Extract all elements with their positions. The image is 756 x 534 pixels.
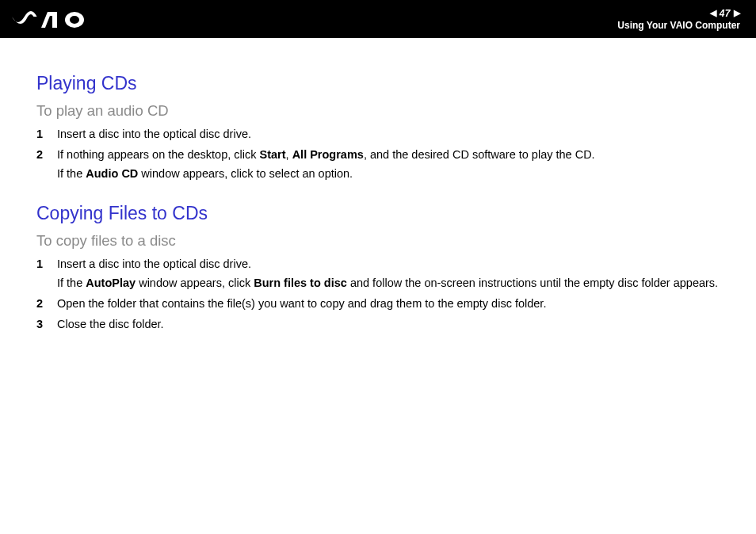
header-right: ◀ 47 ▶ Using Your VAIO Computer (617, 8, 740, 31)
header-bar: ◀ 47 ▶ Using Your VAIO Computer (0, 0, 756, 38)
section-copying-files: Copying Files to CDs To copy files to a … (36, 203, 740, 333)
step-item: 2 If nothing appears on the desktop, cli… (36, 147, 740, 183)
nav-next-icon[interactable]: ▶ (734, 9, 740, 17)
vaio-logo (11, 9, 106, 29)
page-nav: ◀ 47 ▶ (710, 8, 740, 19)
svg-rect-0 (52, 12, 57, 28)
step-item: 1 Insert a disc into the optical disc dr… (36, 126, 740, 143)
step-item: 1 Insert a disc into the optical disc dr… (36, 256, 740, 292)
step-text: Insert a disc into the optical disc driv… (57, 256, 740, 292)
steps-list: 1 Insert a disc into the optical disc dr… (36, 256, 740, 333)
header-subtitle: Using Your VAIO Computer (617, 20, 740, 31)
section-subheading: To copy files to a disc (36, 232, 740, 250)
step-text: Insert a disc into the optical disc driv… (57, 126, 740, 143)
step-item: 2 Open the folder that contains the file… (36, 296, 740, 313)
page-number: 47 (720, 8, 731, 19)
step-number: 2 (36, 296, 57, 313)
step-text: If nothing appears on the desktop, click… (57, 147, 740, 183)
step-number: 1 (36, 126, 57, 143)
section-playing-cds: Playing CDs To play an audio CD 1 Insert… (36, 73, 740, 182)
nav-prev-icon[interactable]: ◀ (710, 9, 716, 17)
section-heading: Playing CDs (36, 73, 740, 94)
step-number: 2 (36, 147, 57, 183)
steps-list: 1 Insert a disc into the optical disc dr… (36, 126, 740, 182)
vaio-logo-svg (11, 9, 106, 29)
step-number: 3 (36, 316, 57, 334)
step-item: 3 Close the disc folder. (36, 316, 740, 334)
page-content: Playing CDs To play an audio CD 1 Insert… (0, 38, 756, 333)
section-subheading: To play an audio CD (36, 102, 740, 120)
step-number: 1 (36, 256, 57, 292)
section-heading: Copying Files to CDs (36, 203, 740, 224)
step-text: Open the folder that contains the file(s… (57, 296, 740, 313)
step-text: Close the disc folder. (57, 316, 740, 334)
